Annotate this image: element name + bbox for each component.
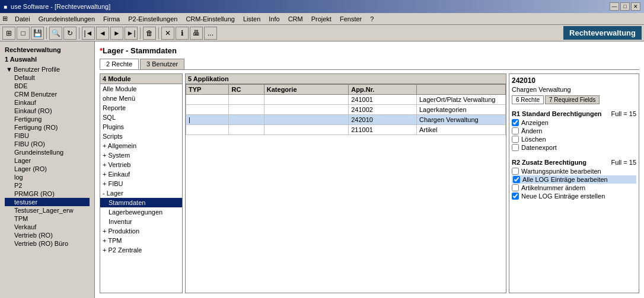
module-item-lagerbewegungen[interactable]: Lagerbewegungen (100, 207, 182, 217)
toolbar-btn-1[interactable]: ⊞ (2, 27, 15, 40)
tree: ▼ Benutzer Profile Default BDE CRM Benut… (5, 65, 90, 248)
title-bar-controls: — □ ✕ (610, 2, 640, 11)
tree-item-testuser[interactable]: testuser (5, 198, 90, 206)
tree-item-einkauf[interactable]: Einkauf (5, 98, 90, 107)
module-item-system[interactable]: + System (100, 150, 182, 160)
right-tab-rechte[interactable]: 6 Rechte (512, 95, 544, 104)
menu-listen[interactable]: Listen (240, 15, 264, 23)
module-item-stammdaten[interactable]: Stammdaten (100, 198, 182, 207)
table-row[interactable]: 211001 Artikel (186, 125, 506, 135)
menu-help[interactable]: ? (366, 15, 377, 23)
module-item-fibu[interactable]: + FIBU (100, 179, 182, 188)
toolbar-btn-last[interactable]: ►| (125, 27, 138, 40)
table-row[interactable]: 241002 Lagerkategorien (186, 105, 506, 115)
menu-grundeinstellungen[interactable]: Grundeinstellungen (35, 15, 98, 23)
table-row-selected[interactable]: | 242010 Chargen Verwaltung (186, 115, 506, 125)
tree-item-prmgr-ro[interactable]: PRMGR (RO) (5, 190, 90, 198)
menu-crm[interactable]: CRM (285, 15, 307, 23)
r1-label-text: R1 Standard Berechtigungen (512, 110, 602, 117)
checkbox-andern-input[interactable] (512, 127, 519, 134)
checkbox-artikelnummer-label: Artikelnummer ändern (521, 184, 585, 191)
content-panel: *Lager - Stammdaten 2 Rechte 3 Benutzer … (95, 41, 644, 298)
close-button[interactable]: ✕ (631, 2, 640, 11)
tree-item-einkauf-ro[interactable]: Einkauf (RO) (5, 107, 90, 115)
cell-rc (229, 115, 264, 125)
toolbar-btn-refresh[interactable]: ↻ (63, 27, 76, 40)
toolbar-btn-more[interactable]: ... (204, 27, 217, 40)
toolbar-btn-info[interactable]: ℹ (176, 27, 189, 40)
menu-fenster[interactable]: Fenster (336, 15, 365, 23)
tree-item-p2[interactable]: P2 (5, 181, 90, 190)
tree-item-default[interactable]: Default (5, 73, 90, 82)
module-item-einkauf[interactable]: + Einkauf (100, 169, 182, 179)
menu-crmeinstellung[interactable]: CRM-Einstellung (182, 15, 238, 23)
menu-p2einstellungen[interactable]: P2-Einstellungen (125, 15, 181, 23)
checkbox-datenexport-input[interactable] (512, 144, 519, 151)
checkbox-loschen-input[interactable] (512, 136, 519, 143)
title-bar: ■ use Software - [Rechteverwaltung] — □ … (0, 0, 644, 13)
cell-kategorie (264, 95, 348, 105)
r2-label-text: R2 Zusatz Berechtigung (512, 159, 586, 166)
tree-item-testuser-lager[interactable]: Testuser_Lager_erw (5, 206, 90, 214)
menu-projekt[interactable]: Projekt (308, 15, 335, 23)
tree-item-crm-benutzer[interactable]: CRM Benutzer (5, 90, 90, 98)
checkbox-loschen: Löschen (512, 135, 636, 143)
tree-item-verkauf[interactable]: Verkauf (5, 223, 90, 231)
toolbar-btn-new[interactable]: □ (17, 27, 30, 40)
menu-info[interactable]: Info (265, 15, 283, 23)
cell-appnr: 211001 (349, 125, 417, 135)
tree-item-vertrieb-ro[interactable]: Vertrieb (RO) (5, 231, 90, 239)
toolbar-btn-find[interactable]: 🔍 (49, 27, 62, 40)
tab-rechte[interactable]: 2 Rechte (100, 59, 139, 69)
module-item-produktion[interactable]: + Produktion (100, 226, 182, 236)
right-panel-title: Chargen Verwaltung (512, 86, 636, 93)
tree-item-tpm[interactable]: TPM (5, 214, 90, 223)
toolbar-btn-delete[interactable]: 🗑 (143, 27, 156, 40)
right-tab-required-fields[interactable]: 7 Required Fields (545, 95, 600, 104)
toolbar-btn-next[interactable]: ► (110, 27, 123, 40)
toolbar-btn-first[interactable]: |◄ (82, 27, 95, 40)
module-item-alle[interactable]: Alle Module (100, 84, 182, 94)
module-item-ohne[interactable]: ohne Menü (100, 94, 182, 103)
toolbar-btn-print[interactable]: 🖶 (190, 27, 203, 40)
minimize-button[interactable]: — (610, 2, 619, 11)
tab-benutzer[interactable]: 3 Benutzer (140, 59, 184, 69)
app-panel-header: 5 Applikation (186, 74, 506, 84)
menu-firma[interactable]: Firma (100, 15, 123, 23)
tree-item-grundeinstellung[interactable]: Grundeinstellung (5, 148, 90, 156)
module-item-sql[interactable]: SQL (100, 113, 182, 122)
tree-root-node[interactable]: ▼ Benutzer Profile (5, 65, 90, 73)
tree-item-lager[interactable]: Lager (5, 156, 90, 165)
maximize-button[interactable]: □ (620, 2, 630, 11)
checkbox-wartungspunkte-input[interactable] (512, 168, 519, 175)
checkbox-alle-log-input[interactable] (513, 176, 520, 183)
module-item-plugins[interactable]: Plugins (100, 122, 182, 132)
module-item-vertrieb[interactable]: + Vertrieb (100, 160, 182, 169)
module-item-p2zentrale[interactable]: + P2 Zentrale (100, 245, 182, 255)
tree-item-log[interactable]: log (5, 173, 90, 181)
toolbar-btn-save[interactable]: 💾 (31, 27, 44, 40)
checkbox-neue-log-input[interactable] (512, 193, 519, 200)
module-item-lager[interactable]: - Lager (100, 188, 182, 198)
module-item-inventur[interactable]: Inventur (100, 217, 182, 226)
tree-item-fertigung[interactable]: Fertigung (5, 115, 90, 123)
module-item-tpm[interactable]: + TPM (100, 236, 182, 245)
right-tabs: 6 Rechte 7 Required Fields (512, 95, 636, 104)
tree-item-fertigung-ro[interactable]: Fertigung (RO) (5, 123, 90, 132)
tree-item-fibu[interactable]: FIBU (5, 132, 90, 140)
tree-item-fibu-ro[interactable]: FIBU (RO) (5, 140, 90, 148)
app-table-scroll[interactable]: TYP RC Kategorie App.Nr. (186, 84, 506, 293)
toolbar-btn-x[interactable]: ✕ (161, 27, 174, 40)
module-item-allgemein[interactable]: + Allgemein (100, 141, 182, 150)
checkbox-anzeigen-input[interactable] (512, 119, 519, 126)
tree-item-lager-ro[interactable]: Lager (RO) (5, 165, 90, 173)
tree-item-bde[interactable]: BDE (5, 82, 90, 90)
checkbox-artikelnummer-input[interactable] (512, 184, 519, 191)
toolbar-btn-prev[interactable]: ◄ (96, 27, 109, 40)
tree-item-vertrieb-ro-buero[interactable]: Vertrieb (RO) Büro (5, 239, 90, 248)
table-row[interactable]: 241001 LagerOrt/Platz Verwaltung (186, 95, 506, 105)
module-item-scripts[interactable]: Scripts (100, 132, 182, 141)
cell-typ: | (186, 115, 229, 125)
menu-datei[interactable]: Datei (11, 15, 34, 23)
module-item-reporte[interactable]: Reporte (100, 103, 182, 113)
